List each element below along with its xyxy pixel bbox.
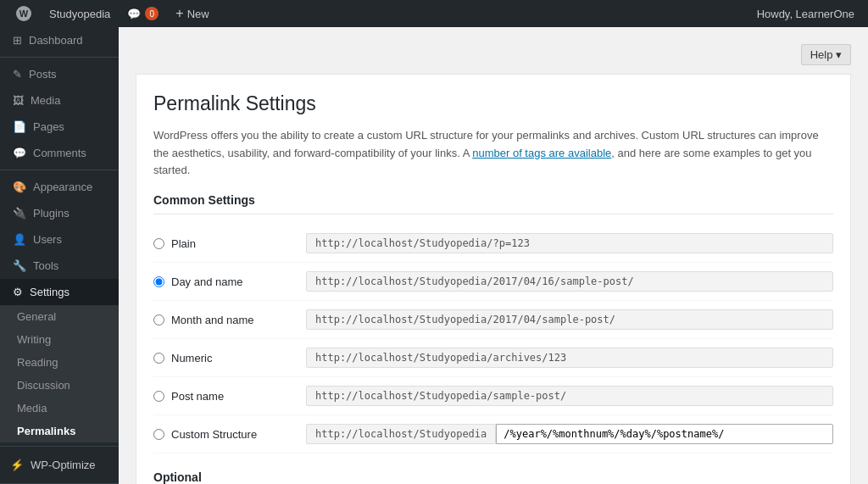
post-name-label[interactable]: Post name (153, 390, 306, 403)
submenu-media[interactable]: Media (0, 397, 119, 420)
submenu-reading[interactable]: Reading (0, 351, 119, 374)
plugins-icon: 🔌 (13, 207, 26, 220)
submenu-general[interactable]: General (0, 305, 119, 328)
site-name: Studyopedia (49, 8, 110, 20)
settings-wrap: Permalink Settings WordPress offers you … (136, 74, 851, 484)
settings-icon: ⚙ (13, 286, 23, 298)
tags-link[interactable]: number of tags are available (472, 147, 611, 159)
sidebar-item-tools[interactable]: 🔧 Tools (0, 253, 119, 279)
custom-radio[interactable] (153, 429, 164, 440)
numeric-url: http://localhost/Studyopedia/archives/12… (306, 348, 833, 368)
plain-label[interactable]: Plain (153, 237, 306, 250)
wp-logo-icon: W (15, 5, 32, 22)
intro-paragraph: WordPress offers you the ability to crea… (153, 127, 833, 180)
month-name-radio[interactable] (153, 314, 164, 325)
post-name-radio[interactable] (153, 391, 164, 402)
users-icon: 👤 (13, 233, 26, 246)
custom-url-base: http://localhost/Studyopedia (306, 424, 496, 444)
permalink-row-numeric: Numeric http://localhost/Studyopedia/arc… (153, 339, 833, 377)
sidebar-item-plugins[interactable]: 🔌 Plugins (0, 200, 119, 226)
sidebar-item-dashboard[interactable]: ⊞ Dashboard (0, 27, 119, 53)
dashboard-icon: ⊞ (13, 34, 22, 47)
sidebar-item-settings[interactable]: ⚙ Settings (0, 279, 119, 305)
new-label: New (187, 8, 209, 20)
page-title: Permalink Settings (153, 92, 833, 117)
sidebar-item-appearance[interactable]: 🎨 Appearance (0, 174, 119, 200)
sidebar-item-wp-optimize[interactable]: ⚡ WP-Optimize (0, 450, 119, 480)
admin-bar: W Studyopedia 💬 0 + New Howdy, LearnerOn… (0, 0, 868, 27)
optional-title: Optional (153, 470, 833, 484)
sidebar: ⊞ Dashboard ✎ Posts 🖼 Media 📄 Pages 💬 Co… (0, 27, 119, 484)
help-label: Help ▾ (810, 48, 842, 61)
day-name-url: http://localhost/Studyopedia/2017/04/16/… (306, 271, 833, 292)
submenu-permalinks[interactable]: Permalinks (0, 420, 119, 442)
sidebar-item-label: Users (33, 233, 62, 246)
sidebar-item-label: Tools (33, 259, 58, 272)
submenu-discussion[interactable]: Discussion (0, 374, 119, 397)
permalink-row-month-name: Month and name http://localhost/Studyope… (153, 301, 833, 339)
plain-url: http://localhost/Studyopedia/?p=123 (306, 233, 833, 253)
sidebar-item-pages[interactable]: 📄 Pages (0, 114, 119, 140)
site-name-item[interactable]: Studyopedia (41, 0, 119, 27)
permalink-row-plain: Plain http://localhost/Studyopedia/?p=12… (153, 225, 833, 263)
settings-submenu: General Writing Reading Discussion Media… (0, 305, 119, 442)
sidebar-item-users[interactable]: 👤 Users (0, 226, 119, 253)
month-name-url: http://localhost/Studyopedia/2017/04/sam… (306, 309, 833, 330)
comments-item[interactable]: 💬 0 (119, 0, 167, 27)
howdy-text: Howdy, LearnerOne (757, 8, 861, 20)
sidebar-item-label: Comments (33, 147, 86, 159)
media-icon: 🖼 (13, 94, 24, 107)
custom-label[interactable]: Custom Structure (153, 428, 306, 441)
custom-url-input[interactable] (496, 424, 833, 444)
permalink-row-post-name: Post name http://localhost/Studyopedia/s… (153, 377, 833, 415)
sidebar-item-label: Settings (30, 286, 70, 298)
tools-icon: 🔧 (13, 259, 26, 272)
plain-radio[interactable] (153, 238, 164, 249)
sidebar-item-media[interactable]: 🖼 Media (0, 87, 119, 114)
sidebar-item-label: Media (31, 94, 60, 107)
numeric-radio[interactable] (153, 353, 164, 364)
numeric-label[interactable]: Numeric (153, 352, 306, 364)
optional-section: Optional If you like, you may enter cust… (153, 470, 833, 484)
wp-logo-item[interactable]: W (7, 0, 41, 27)
plus-icon: + (175, 6, 183, 21)
day-name-radio[interactable] (153, 276, 164, 287)
month-name-label[interactable]: Month and name (153, 314, 306, 326)
sidebar-item-label: Appearance (33, 181, 92, 193)
permalink-row-custom: Custom Structure http://localhost/Studyo… (153, 415, 833, 453)
sidebar-item-label: Dashboard (29, 34, 83, 47)
sidebar-item-comments[interactable]: 💬 Comments (0, 140, 119, 166)
comment-icon: 💬 (127, 8, 141, 20)
wp-optimize-icon: ⚡ (10, 459, 24, 471)
main-content: Help ▾ Permalink Settings WordPress offe… (119, 27, 868, 484)
comments-sidebar-icon: 💬 (13, 147, 26, 159)
sidebar-item-label: Posts (29, 68, 57, 81)
new-content-item[interactable]: + New (167, 0, 217, 27)
svg-text:W: W (19, 8, 29, 19)
sidebar-item-label: Pages (33, 120, 64, 133)
sidebar-item-posts[interactable]: ✎ Posts (0, 61, 119, 87)
pages-icon: 📄 (13, 120, 26, 133)
permalink-row-day-name: Day and name http://localhost/Studyopedi… (153, 263, 833, 301)
sidebar-item-label: Plugins (33, 207, 70, 220)
post-name-url: http://localhost/Studyopedia/sample-post… (306, 386, 833, 406)
posts-icon: ✎ (13, 68, 22, 81)
appearance-icon: 🎨 (13, 181, 26, 193)
custom-structure-text: Custom Structure (171, 428, 257, 441)
help-button[interactable]: Help ▾ (801, 44, 851, 65)
submenu-writing[interactable]: Writing (0, 328, 119, 351)
day-name-label[interactable]: Day and name (153, 275, 306, 288)
common-settings-title: Common Settings (153, 193, 833, 214)
comment-count: 0 (145, 7, 159, 20)
wp-optimize-label: WP-Optimize (31, 459, 96, 471)
